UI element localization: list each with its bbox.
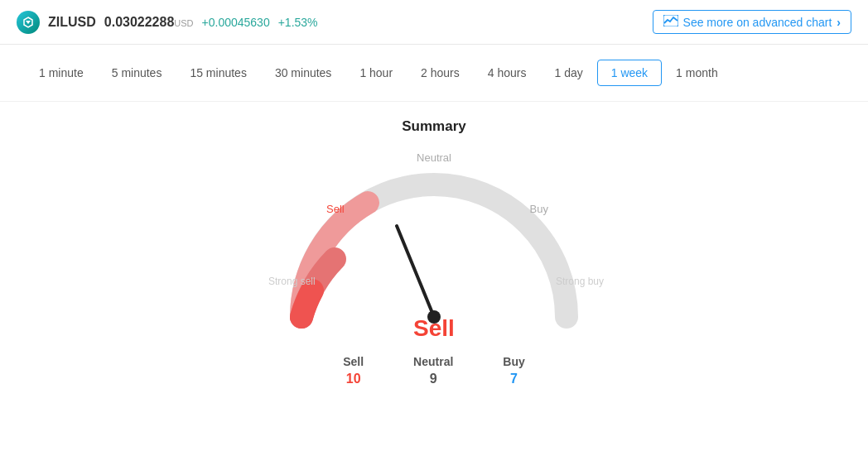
time-filter-4h[interactable]: 4 hours bbox=[474, 60, 541, 86]
stat-neutral-value: 9 bbox=[430, 372, 437, 386]
advanced-chart-link[interactable]: See more on advanced chart › bbox=[653, 10, 851, 34]
svg-line-1 bbox=[397, 226, 434, 317]
gauge-section: Summary Neutral Sell Buy Strong sell Str… bbox=[0, 102, 868, 411]
chevron-right-icon: › bbox=[837, 16, 841, 29]
gauge-strong-sell-label: Strong sell bbox=[268, 276, 316, 287]
stat-neutral-label: Neutral bbox=[413, 355, 453, 368]
ticker-pct: +1.53% bbox=[278, 16, 318, 29]
time-filter-1w[interactable]: 1 week bbox=[597, 60, 662, 86]
ticker-logo-icon bbox=[17, 11, 40, 34]
advanced-chart-label: See more on advanced chart bbox=[683, 16, 832, 29]
time-filter-15m[interactable]: 15 minutes bbox=[176, 60, 260, 86]
stat-sell-value: 10 bbox=[346, 372, 361, 386]
time-filter-1mo[interactable]: 1 month bbox=[662, 60, 732, 86]
gauge-sell-label: Sell bbox=[326, 203, 345, 215]
stat-neutral: Neutral 9 bbox=[413, 355, 453, 386]
gauge-svg bbox=[260, 143, 608, 342]
stat-buy-value: 7 bbox=[510, 372, 518, 386]
ticker-price: 0.03022288USD bbox=[104, 15, 194, 30]
summary-title: Summary bbox=[402, 118, 465, 135]
stat-sell-label: Sell bbox=[343, 355, 364, 368]
time-filter-1h[interactable]: 1 hour bbox=[345, 60, 407, 86]
time-filter-1m[interactable]: 1 minute bbox=[25, 60, 98, 86]
stat-buy: Buy 7 bbox=[503, 355, 524, 386]
stat-buy-label: Buy bbox=[503, 355, 524, 368]
ticker-change: +0.00045630 bbox=[202, 16, 270, 29]
stat-sell: Sell 10 bbox=[343, 355, 364, 386]
gauge-result-label: Sell bbox=[413, 315, 455, 342]
time-filter-1d[interactable]: 1 day bbox=[540, 60, 596, 86]
stats-row: Sell 10 Neutral 9 Buy 7 bbox=[343, 342, 525, 403]
gauge-buy-label: Buy bbox=[530, 203, 548, 215]
ticker-info: ZILUSD 0.03022288USD +0.00045630 +1.53% bbox=[17, 11, 318, 34]
ticker-symbol: ZILUSD bbox=[48, 15, 96, 30]
time-filter-2h[interactable]: 2 hours bbox=[407, 60, 474, 86]
gauge-neutral-label: Neutral bbox=[417, 151, 451, 164]
time-filter-bar: 1 minute 5 minutes 15 minutes 30 minutes… bbox=[0, 45, 868, 102]
gauge-container: Neutral Sell Buy Strong sell Strong buy … bbox=[260, 143, 608, 342]
time-filter-5m[interactable]: 5 minutes bbox=[98, 60, 176, 86]
ticker-currency: USD bbox=[174, 18, 193, 28]
time-filter-30m[interactable]: 30 minutes bbox=[261, 60, 345, 86]
chart-icon bbox=[663, 15, 678, 29]
gauge-strong-buy-label: Strong buy bbox=[556, 276, 604, 287]
header: ZILUSD 0.03022288USD +0.00045630 +1.53% … bbox=[0, 0, 868, 45]
